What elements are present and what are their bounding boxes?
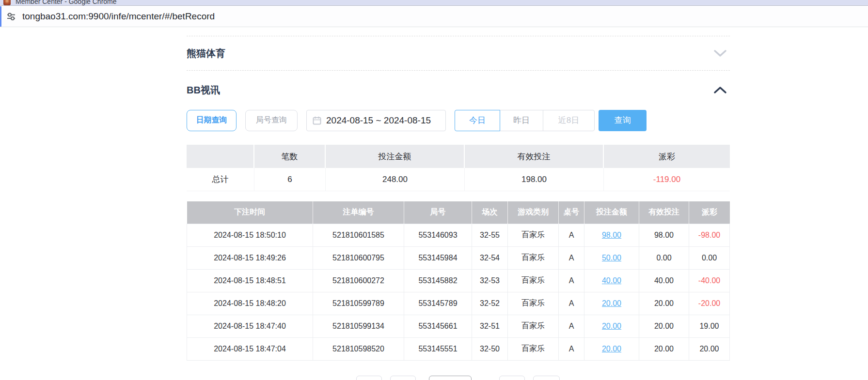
summary-bet-amount-value: 248.00 bbox=[326, 168, 465, 191]
site-favicon bbox=[3, 0, 11, 5]
header-bet-amount: 投注金额 bbox=[584, 201, 639, 224]
table-row: 2024-08-15 18:50:10521810601585553146093… bbox=[187, 224, 730, 246]
round-number-cell: 553145882 bbox=[404, 269, 472, 292]
bet-amount-cell: 98.00 bbox=[584, 224, 639, 246]
bet-time-cell: 2024-08-15 18:47:04 bbox=[187, 337, 313, 360]
header-valid-bet: 有效投注 bbox=[639, 201, 689, 224]
valid-bet-cell: 98.00 bbox=[639, 224, 689, 246]
valid-bet-cell: 40.00 bbox=[639, 269, 689, 292]
url-text[interactable]: tongbao31.com:9900/infe/mcenter/#/betRec… bbox=[22, 11, 215, 22]
bet-amount-link[interactable]: 40.00 bbox=[602, 276, 621, 285]
site-settings-button[interactable] bbox=[5, 11, 17, 22]
section-title-panda: 熊猫体育 bbox=[187, 47, 225, 60]
game-type-cell: 百家乐 bbox=[508, 315, 559, 337]
header-payout: 派彩 bbox=[689, 201, 730, 224]
round-query-tab[interactable]: 局号查询 bbox=[245, 110, 298, 131]
bet-number-cell: 521810600795 bbox=[313, 246, 404, 269]
pagination-jump-button[interactable] bbox=[533, 376, 560, 380]
section-title-bb: BB视讯 bbox=[187, 84, 220, 97]
today-button[interactable]: 今日 bbox=[455, 110, 500, 131]
bet-amount-link[interactable]: 20.00 bbox=[602, 299, 621, 307]
bet-number-cell: 521810599789 bbox=[313, 292, 404, 315]
valid-bet-cell: 20.00 bbox=[639, 315, 689, 337]
pagination-prev-button[interactable] bbox=[356, 376, 382, 380]
bet-time-cell: 2024-08-15 18:47:40 bbox=[187, 315, 313, 337]
payout-cell: 20.00 bbox=[689, 337, 730, 360]
summary-header-blank bbox=[187, 145, 254, 168]
bet-time-cell: 2024-08-15 18:48:51 bbox=[187, 269, 313, 292]
pagination bbox=[187, 376, 730, 380]
table-row: 2024-08-15 18:48:51521810600272553145882… bbox=[187, 269, 730, 292]
bet-number-cell: 521810599134 bbox=[313, 315, 404, 337]
bet-table-body: 2024-08-15 18:50:10521810601585553146093… bbox=[187, 224, 730, 360]
chevron-up-icon[interactable] bbox=[713, 86, 727, 94]
bet-amount-cell: 20.00 bbox=[584, 337, 639, 360]
date-range-value: 2024-08-15 ~ 2024-08-15 bbox=[326, 115, 431, 126]
bet-amount-cell: 20.00 bbox=[584, 315, 639, 337]
game-type-cell: 百家乐 bbox=[508, 269, 559, 292]
search-button[interactable]: 查询 bbox=[599, 110, 647, 131]
round-number-cell: 553145551 bbox=[404, 337, 472, 360]
bet-record-page: 熊猫体育 BB视讯 日期查询 局号查询 bbox=[187, 28, 730, 380]
pagination-page-size-select[interactable] bbox=[429, 376, 472, 380]
game-type-cell: 百家乐 bbox=[508, 292, 559, 315]
date-range-input[interactable]: 2024-08-15 ~ 2024-08-15 bbox=[306, 110, 446, 131]
game-type-cell: 百家乐 bbox=[508, 337, 559, 360]
quick-range-group: 今日 昨日 近8日 bbox=[455, 110, 595, 131]
bet-amount-cell: 40.00 bbox=[584, 269, 639, 292]
bet-number-cell: 521810601585 bbox=[313, 224, 404, 246]
chevron-down-icon[interactable] bbox=[713, 49, 727, 57]
filter-toolbar: 日期查询 局号查询 2024-08-15 ~ 2024-08-15 今日 昨日 … bbox=[187, 109, 730, 131]
bet-amount-link[interactable]: 98.00 bbox=[602, 231, 621, 239]
header-table-number: 桌号 bbox=[559, 201, 584, 224]
address-bar: tongbao31.com:9900/infe/mcenter/#/betRec… bbox=[0, 6, 868, 27]
tune-icon bbox=[6, 11, 16, 22]
section-bb-video[interactable]: BB视讯 bbox=[187, 71, 730, 109]
table-row: 2024-08-15 18:47:40521810599134553145661… bbox=[187, 315, 730, 337]
bet-time-cell: 2024-08-15 18:48:20 bbox=[187, 292, 313, 315]
bet-amount-cell: 50.00 bbox=[584, 246, 639, 269]
table-number-cell: A bbox=[559, 337, 584, 360]
table-row: 2024-08-15 18:48:20521810599789553145789… bbox=[187, 292, 730, 315]
summary-total-row: 总计 6 248.00 198.00 -119.00 bbox=[187, 168, 730, 191]
table-row: 2024-08-15 18:47:04521810598520553145551… bbox=[187, 337, 730, 360]
payout-cell: 19.00 bbox=[689, 315, 730, 337]
bet-amount-link[interactable]: 20.00 bbox=[602, 345, 621, 353]
table-row: 2024-08-15 18:49:26521810600795553145984… bbox=[187, 246, 730, 269]
summary-count-value: 6 bbox=[254, 168, 326, 191]
section-panda-sports[interactable]: 熊猫体育 bbox=[187, 36, 730, 70]
table-number-cell: A bbox=[559, 224, 584, 246]
bet-amount-link[interactable]: 20.00 bbox=[602, 322, 621, 330]
header-session: 场次 bbox=[472, 201, 508, 224]
window-titlebar: Member Center - Google Chrome bbox=[0, 0, 868, 6]
yesterday-button[interactable]: 昨日 bbox=[500, 110, 543, 131]
window-edge-highlight bbox=[0, 6, 1, 27]
last-8-days-button[interactable]: 近8日 bbox=[543, 110, 595, 131]
session-cell: 32-55 bbox=[472, 224, 508, 246]
header-game-type: 游戏类别 bbox=[508, 201, 559, 224]
session-cell: 32-53 bbox=[472, 269, 508, 292]
valid-bet-cell: 20.00 bbox=[639, 337, 689, 360]
round-number-cell: 553145789 bbox=[404, 292, 472, 315]
summary-payout-value: -119.00 bbox=[604, 168, 730, 191]
bet-number-cell: 521810600272 bbox=[313, 269, 404, 292]
payout-cell: 0.00 bbox=[689, 246, 730, 269]
payout-cell: -20.00 bbox=[689, 292, 730, 315]
date-query-tab[interactable]: 日期查询 bbox=[187, 110, 237, 131]
bet-records-table: 下注时间 注单编号 局号 场次 游戏类别 桌号 投注金额 有效投注 派彩 202… bbox=[187, 201, 730, 361]
table-number-cell: A bbox=[559, 269, 584, 292]
header-bet-time: 下注时间 bbox=[187, 201, 313, 224]
summary-table: 笔数 投注金额 有效投注 派彩 总计 6 248.00 198.00 -119.… bbox=[187, 145, 730, 191]
summary-header-bet-amount: 投注金额 bbox=[326, 145, 465, 168]
summary-header-payout: 派彩 bbox=[604, 145, 730, 168]
round-number-cell: 553145661 bbox=[404, 315, 472, 337]
pagination-page-button[interactable] bbox=[390, 376, 416, 380]
bet-amount-link[interactable]: 50.00 bbox=[602, 254, 621, 262]
game-type-cell: 百家乐 bbox=[508, 224, 559, 246]
bet-table-header-row: 下注时间 注单编号 局号 场次 游戏类别 桌号 投注金额 有效投注 派彩 bbox=[187, 201, 730, 224]
header-bet-number: 注单编号 bbox=[313, 201, 404, 224]
calendar-icon bbox=[313, 116, 321, 125]
pagination-next-button[interactable] bbox=[499, 376, 525, 380]
bet-time-cell: 2024-08-15 18:50:10 bbox=[187, 224, 313, 246]
summary-header-valid-bet: 有效投注 bbox=[465, 145, 604, 168]
